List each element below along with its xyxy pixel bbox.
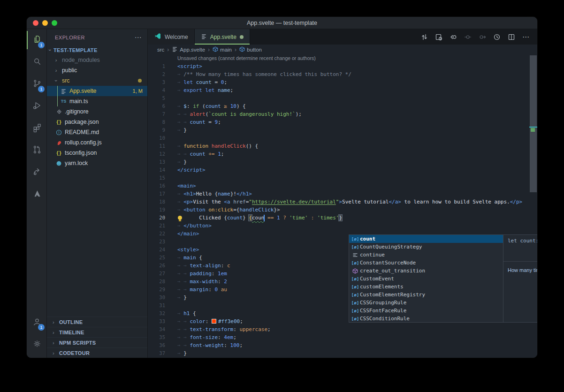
code-line[interactable]: 2→ /** How many times has someone clicke… — [148, 70, 537, 78]
suggestion-create_out_transition[interactable]: create_out_transition — [349, 267, 503, 275]
activity-source-control[interactable]: 1 — [27, 73, 47, 95]
code-line[interactable]: 12→ → count += 1; — [148, 150, 537, 158]
line-content: </main> — [177, 230, 199, 238]
modified-dot-icon[interactable] — [240, 35, 244, 39]
code-line[interactable]: 19→ <button on:click={handleClick}> — [148, 206, 537, 214]
line-content: → → max-width: 2 — [177, 278, 227, 286]
code-line[interactable]: 18→ <p>Visit the <a href="https://svelte… — [148, 198, 537, 206]
suggestion-label: ConstantSourceNode — [360, 259, 416, 267]
code-line[interactable]: 34→ → text-transform: uppercase; — [148, 325, 537, 333]
breadcrumb-src[interactable]: src — [157, 47, 164, 53]
suggestion-customelements[interactable]: [ø]customElements — [349, 283, 503, 291]
sidebar-item-public[interactable]: ›public — [47, 65, 147, 75]
suggestion-count[interactable]: [ø]count — [349, 235, 503, 243]
breadcrumb-app-svelte[interactable]: App.svelte — [172, 46, 205, 53]
code-line[interactable]: 21→ </button> — [148, 222, 537, 230]
code-line[interactable]: 16<main> — [148, 182, 537, 190]
sidebar-item-yarn-lock[interactable]: yarn.lock — [47, 158, 147, 168]
code-line[interactable]: 14</script> — [148, 166, 537, 174]
suggestion-countqueuingstrategy[interactable]: [ø]CountQueuingStrategy — [349, 243, 503, 251]
sidebar-item-package-json[interactable]: {}package.json — [47, 117, 147, 127]
suggestion-constantsourcenode[interactable]: [ø]ConstantSourceNode — [349, 259, 503, 267]
line-content: → main { — [177, 254, 202, 262]
activity-search[interactable] — [27, 51, 47, 73]
code-line[interactable]: 10 — [148, 134, 537, 142]
svelte-file-icon — [201, 33, 207, 41]
line-content: → → alert(`count is dangerously high!`); — [177, 110, 302, 118]
previous-change-icon[interactable] — [463, 32, 473, 42]
suggestion-cssfontfacerule[interactable]: [ø]CSSFontFaceRule — [349, 307, 503, 315]
sidebar-section-npm-scripts[interactable]: ›NPM SCRIPTS — [47, 337, 147, 347]
line-content: → /** How many times has someone clicked… — [177, 70, 351, 78]
sidebar-item-rollup-config-js[interactable]: rollup.config.js — [47, 137, 147, 148]
titlebar[interactable]: App.svelte — test-template — [27, 17, 537, 29]
open-preview-icon[interactable] — [434, 32, 444, 42]
code-line[interactable]: 9→ } — [148, 126, 537, 134]
symbol-variable-icon: [ø] — [351, 308, 360, 313]
sidebar-section-outline[interactable]: ›OUTLINE — [47, 317, 147, 327]
activity-extensions[interactable] — [27, 117, 47, 139]
sidebar-item-node-modules[interactable]: ›node_modules — [47, 55, 147, 65]
sidebar-section-codetour[interactable]: ›CODETOUR — [47, 347, 147, 358]
breadcrumb-main[interactable]: main — [213, 46, 232, 53]
code-line[interactable]: 15 — [148, 174, 537, 182]
symbol-variable-icon: [ø] — [351, 284, 360, 289]
code-line[interactable]: 11→ function handleClick() { — [148, 142, 537, 150]
line-number: 3 — [148, 78, 177, 86]
tab-app-svelte[interactable]: App.svelte — [195, 29, 250, 45]
split-editor-icon[interactable] — [506, 32, 517, 42]
suggestion-cssconditionrule[interactable]: [ø]CSSConditionRule — [349, 315, 503, 323]
indent-guide — [57, 96, 58, 106]
activity-live-share[interactable] — [27, 161, 47, 183]
sidebar-item-tsconfig-json[interactable]: {}tsconfig.json — [47, 148, 147, 158]
project-root-row[interactable]: › TEST-TEMPLATE — [47, 45, 147, 55]
code-line[interactable]: 8→ → count = 9; — [148, 118, 537, 126]
code-line[interactable]: 6→ $: if (count ≥ 10) { — [148, 102, 537, 110]
sidebar-item-src[interactable]: ›src — [47, 75, 147, 86]
symbol-module-icon — [351, 268, 360, 274]
code-line[interactable]: 1<script> — [148, 62, 537, 70]
activity-azure[interactable] — [27, 183, 47, 205]
breadcrumb-button[interactable]: button — [239, 46, 262, 53]
activity-run-debug[interactable] — [27, 95, 47, 117]
code-line[interactable]: 7→ → alert(`count is dangerously high!`)… — [148, 110, 537, 118]
line-number: 28 — [148, 278, 177, 286]
activity-github-pr[interactable] — [27, 139, 47, 161]
timeline-clock-icon[interactable] — [492, 32, 502, 42]
sidebar-item-app-svelte[interactable]: App.svelte1, M — [47, 86, 147, 96]
code-line[interactable]: 3→ let count = 0; — [148, 78, 537, 86]
more-actions-icon[interactable]: ⋯ — [135, 33, 142, 42]
code-line[interactable]: 5 — [148, 94, 537, 102]
chevron-down-icon: › — [53, 78, 60, 83]
code-line[interactable]: 35→ → font-size: 4em; — [148, 333, 537, 341]
code-line[interactable]: 36→ → font-weight: 100; — [148, 341, 537, 349]
code-line[interactable]: 20 Clicked {count} {coun == 1 ? 'time' :… — [148, 214, 537, 222]
sidebar-item-main-ts[interactable]: TSmain.ts — [47, 96, 147, 106]
activity-accounts[interactable]: 1 — [27, 311, 47, 333]
code-line[interactable]: 37→ } — [148, 349, 537, 357]
scrollbar-slider[interactable] — [530, 55, 537, 192]
line-number: 16 — [148, 182, 177, 190]
suggestion-customelementregistry[interactable]: [ø]CustomElementRegistry — [349, 291, 503, 299]
line-number: 26 — [148, 262, 177, 270]
file-label: .gitignore — [65, 108, 89, 115]
symbol-variable-icon: [ø] — [351, 300, 360, 305]
tab-welcome[interactable]: Welcome — [148, 29, 195, 45]
sidebar-item-readme-md[interactable]: README.md — [47, 127, 147, 137]
next-change-icon[interactable] — [477, 32, 488, 42]
suggestion-customevent[interactable]: [ø]CustomEvent — [349, 275, 503, 283]
lightbulb-icon[interactable] — [178, 216, 182, 220]
suggestion-cssgroupingrule[interactable]: [ø]CSSGroupingRule — [349, 299, 503, 307]
code-line[interactable]: 17→ <h1>Hello {name}!</h1> — [148, 190, 537, 198]
sidebar: EXPLORER ⋯ › TEST-TEMPLATE ›node_modules… — [47, 29, 148, 358]
code-line[interactable]: 13→ } — [148, 158, 537, 166]
activity-settings-gear[interactable] — [27, 333, 47, 355]
code-line[interactable]: 4→ export let name; — [148, 86, 537, 94]
sidebar-section-timeline[interactable]: ›TIMELINE — [47, 327, 147, 337]
suggestion-continue[interactable]: continue — [349, 251, 503, 259]
compare-changes-icon[interactable] — [419, 32, 429, 42]
activity-explorer-files[interactable]: 1 — [27, 29, 47, 51]
sidebar-item--gitignore[interactable]: .gitignore — [47, 106, 147, 117]
navigate-back-icon[interactable] — [448, 32, 458, 42]
more-actions-icon[interactable]: ⋯ — [521, 32, 531, 42]
